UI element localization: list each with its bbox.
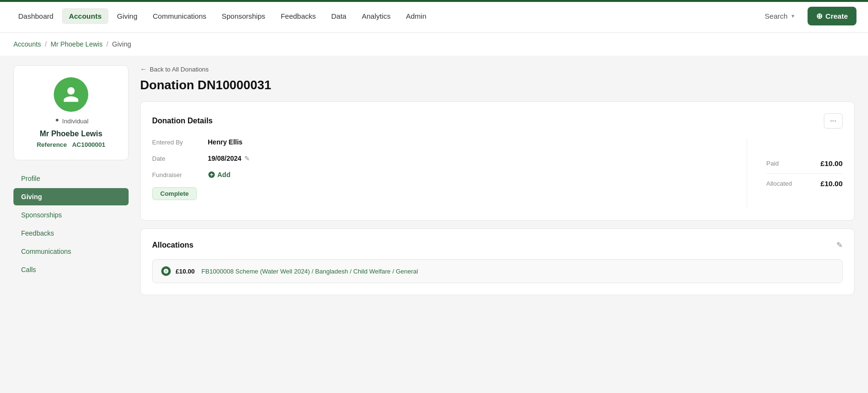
date-row: Date 19/08/2024 ✎ xyxy=(152,155,727,162)
paid-row: Paid £10.00 xyxy=(766,154,843,173)
nav-item-feedbacks[interactable]: Feedbacks xyxy=(274,8,322,24)
avatar-wrap xyxy=(24,77,119,112)
sidebar-profile-card: Individual Mr Phoebe Lewis Reference AC1… xyxy=(13,65,129,160)
add-circle-icon xyxy=(208,171,215,179)
individual-label: Individual xyxy=(62,118,89,125)
top-bar: Dashboard Accounts Giving Communications… xyxy=(0,0,868,33)
reference-label: Reference xyxy=(36,141,67,148)
sidebar-item-giving[interactable]: Giving xyxy=(13,188,129,205)
allocations-edit-icon[interactable]: ✎ xyxy=(836,240,843,250)
person-reference: Reference AC1000001 xyxy=(24,141,119,148)
main-layout: Individual Mr Phoebe Lewis Reference AC1… xyxy=(0,56,868,393)
entered-by-label: Entered By xyxy=(152,139,200,146)
donation-summary: Paid £10.00 Allocated £10.00 xyxy=(747,138,843,209)
sidebar-item-sponsorships[interactable]: Sponsorships xyxy=(13,206,129,224)
fundraiser-label: Fundraiser xyxy=(152,171,200,179)
back-arrow-icon: ← xyxy=(140,65,147,73)
entered-by-value: Henry Ellis xyxy=(208,138,242,146)
date-value: 19/08/2024 xyxy=(208,155,241,162)
breadcrumb-current: Giving xyxy=(112,40,131,48)
breadcrumb-sep-2: / xyxy=(107,40,108,48)
top-bar-accent xyxy=(0,0,868,2)
sidebar-item-profile[interactable]: Profile xyxy=(13,170,129,187)
paid-value: £10.00 xyxy=(820,159,843,167)
sidebar-item-feedbacks[interactable]: Feedbacks xyxy=(13,225,129,242)
allocation-icon xyxy=(161,266,171,276)
create-label: Create xyxy=(825,12,848,20)
search-button[interactable]: Search ▼ xyxy=(758,8,802,24)
back-link-label: Back to All Donations xyxy=(150,66,209,73)
nav-item-admin[interactable]: Admin xyxy=(399,8,433,24)
person-icon xyxy=(62,85,80,104)
fundraiser-row: Fundraiser Add xyxy=(152,171,727,179)
allocation-description: FB1000008 Scheme (Water Well 2024) / Ban… xyxy=(202,268,418,275)
allocation-amount: £10.00 xyxy=(176,268,195,275)
nav-item-giving[interactable]: Giving xyxy=(110,8,144,24)
individual-badge: Individual xyxy=(24,118,119,125)
paid-label: Paid xyxy=(766,160,779,167)
nav-item-data[interactable]: Data xyxy=(324,8,353,24)
chevron-down-icon: ▼ xyxy=(790,13,795,19)
allocated-label: Allocated xyxy=(766,180,792,187)
allocations-header: Allocations ✎ xyxy=(152,240,843,250)
plus-circle-icon: ⊕ xyxy=(816,12,822,21)
create-button[interactable]: ⊕ Create xyxy=(808,7,856,25)
more-options-button[interactable]: ··· xyxy=(824,113,843,129)
allocations-title: Allocations xyxy=(152,241,193,250)
nav-item-communications[interactable]: Communications xyxy=(146,8,213,24)
content-area: ← Back to All Donations Donation DN10000… xyxy=(140,65,855,385)
allocation-item: £10.00 FB1000008 Scheme (Water Well 2024… xyxy=(152,259,843,283)
nav-item-analytics[interactable]: Analytics xyxy=(355,8,397,24)
allocated-value: £10.00 xyxy=(820,179,843,188)
nav-item-dashboard[interactable]: Dashboard xyxy=(12,8,60,24)
sidebar: Individual Mr Phoebe Lewis Reference AC1… xyxy=(13,65,129,385)
avatar xyxy=(54,77,88,112)
add-fundraiser-button[interactable]: Add xyxy=(208,171,230,179)
main-nav: Dashboard Accounts Giving Communications… xyxy=(12,8,758,24)
person-name: Mr Phoebe Lewis xyxy=(24,130,119,138)
breadcrumb-sep-1: / xyxy=(45,40,47,48)
sidebar-item-calls[interactable]: Calls xyxy=(13,261,129,278)
donation-fields: Entered By Henry Ellis Date 19/08/2024 ✎… xyxy=(152,138,727,209)
dollar-icon xyxy=(163,268,169,274)
allocations-card: Allocations ✎ £10.00 FB1000008 Scheme (W… xyxy=(140,228,855,295)
search-label: Search xyxy=(765,12,788,20)
entered-by-row: Entered By Henry Ellis xyxy=(152,138,727,146)
donation-body: Entered By Henry Ellis Date 19/08/2024 ✎… xyxy=(152,138,843,209)
allocated-row: Allocated £10.00 xyxy=(766,173,843,193)
date-field: 19/08/2024 ✎ xyxy=(208,155,250,162)
donation-title: Donation DN10000031 xyxy=(140,78,855,93)
donation-details-title: Donation Details xyxy=(152,117,213,125)
individual-icon xyxy=(54,118,60,125)
donation-details-card: Donation Details ··· Entered By Henry El… xyxy=(140,101,855,221)
edit-date-icon[interactable]: ✎ xyxy=(244,155,250,162)
back-link[interactable]: ← Back to All Donations xyxy=(140,65,855,73)
status-badge: Complete xyxy=(152,187,197,200)
breadcrumb: Accounts / Mr Phoebe Lewis / Giving xyxy=(0,33,868,56)
nav-right: Search ▼ ⊕ Create xyxy=(758,7,856,25)
status-row: Complete xyxy=(152,187,727,200)
breadcrumb-accounts[interactable]: Accounts xyxy=(13,40,41,48)
sidebar-item-communications[interactable]: Communications xyxy=(13,243,129,260)
nav-item-accounts[interactable]: Accounts xyxy=(62,8,108,24)
breadcrumb-person[interactable]: Mr Phoebe Lewis xyxy=(50,40,102,48)
nav-item-sponsorships[interactable]: Sponsorships xyxy=(215,8,272,24)
reference-value: AC1000001 xyxy=(72,141,105,148)
add-label: Add xyxy=(217,171,230,179)
card-header: Donation Details ··· xyxy=(152,113,843,129)
sidebar-nav: Profile Giving Sponsorships Feedbacks Co… xyxy=(13,170,129,278)
date-label: Date xyxy=(152,155,200,162)
